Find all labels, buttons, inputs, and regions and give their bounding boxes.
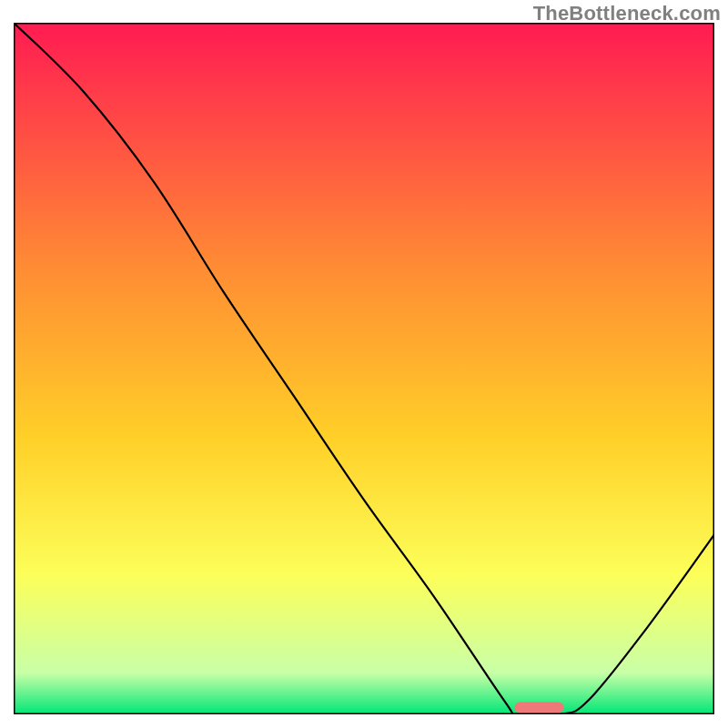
chart-wrapper: TheBottleneck.com — [0, 0, 728, 728]
background-gradient — [14, 23, 714, 714]
chart-svg — [14, 23, 714, 714]
plot-area — [14, 23, 714, 714]
watermark-text: TheBottleneck.com — [533, 2, 721, 25]
optimal-zone-marker — [515, 702, 564, 713]
